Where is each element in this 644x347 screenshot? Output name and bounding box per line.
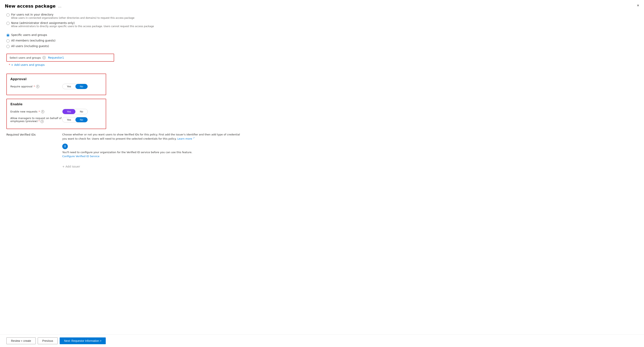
enable-no-btn[interactable]: No [76,109,88,114]
dialog-header: New access package ... × [0,0,644,10]
enable-title: Enable [10,102,102,106]
managers-yes-btn[interactable]: Yes [62,117,76,122]
previous-button[interactable]: Previous [38,338,58,344]
radio-none-label: None (administrator direct assignments o… [11,21,154,24]
scope-radio-options: Specific users and groups All members (e… [6,33,638,48]
add-issuer-btn[interactable]: + Add issuer [62,165,80,168]
rvid-desc: Choose whether or not you want users to … [62,133,242,141]
allow-managers-toggle: Yes No [62,117,88,122]
enable-new-requests-info[interactable]: i [41,110,44,113]
enable-new-requests-row: Enable new requests * i Yes No [10,109,102,114]
radio-all-members-label: All members (excluding guests) [11,39,56,42]
add-users-link[interactable]: * + Add users and groups [9,63,45,66]
approval-title: Approval [10,77,102,81]
rvid-content: Choose whether or not you want users to … [62,133,638,168]
managers-no-btn[interactable]: No [76,117,88,122]
radio-specific-input[interactable] [6,34,10,37]
next-button[interactable]: Next: Requestor Information > [60,338,106,344]
approval-yes-btn[interactable]: Yes [62,84,76,89]
allow-managers-label: Allow managers to request on behalf of e… [10,117,62,123]
approval-toggle: Yes No [62,84,88,89]
select-users-label: Select users and groups [10,56,41,59]
enable-section: Enable Enable new requests * i Yes No Al… [6,99,106,129]
top-radio-options: For users not in your directory Allow us… [6,13,638,28]
dialog-footer: Review + create Previous Next: Requestor… [0,335,644,347]
rvid-learn-more-link[interactable]: Learn more ↗ [177,137,195,140]
radio-all-users: All users (including guests) [6,44,638,48]
add-users-asterisk: * [9,63,10,66]
enable-yes-btn[interactable]: Yes [62,109,76,114]
allow-managers-row: Allow managers to request on behalf of e… [10,117,102,123]
requestor-link[interactable]: Requestor1 [48,56,64,59]
radio-all-users-input[interactable] [6,45,10,48]
enable-new-requests-asterisk: * [39,110,40,113]
select-users-box: Select users and groups i Requestor1 [6,54,114,62]
radio-not-in-dir-label: For users not in your directory [11,13,134,16]
dialog-title: New access package [5,3,56,8]
configure-verified-id-link[interactable]: Configure Verified ID Service [62,155,100,158]
add-users-row: * + Add users and groups [7,63,638,66]
close-button[interactable]: × [637,3,639,8]
select-users-info-icon[interactable]: i [42,56,46,59]
radio-none[interactable] [6,22,10,25]
radio-specific-users: Specific users and groups [6,33,638,37]
new-access-package-dialog: New access package ... × For users not i… [0,0,644,347]
radio-not-in-dir-desc: Allow users in connected organizations (… [11,16,134,19]
review-create-button[interactable]: Review + create [6,338,36,344]
require-approval-info[interactable]: i [36,85,39,88]
allow-managers-info[interactable]: i [40,120,44,123]
dialog-more-options[interactable]: ... [58,4,62,8]
radio-option-none: None (administrator direct assignments o… [6,21,638,28]
radio-all-members: All members (excluding guests) [6,39,638,42]
radio-all-users-label: All users (including guests) [11,44,49,48]
radio-all-members-input[interactable] [6,39,10,42]
radio-not-in-dir[interactable] [6,13,10,16]
dialog-body: For users not in your directory Allow us… [0,10,644,184]
radio-option-not-in-dir: For users not in your directory Allow us… [6,13,638,19]
enable-new-requests-label: Enable new requests * i [10,110,62,113]
add-users-text: + Add users and groups [11,63,45,66]
rvid-label: Required Verified IDs [6,133,62,168]
radio-specific-label: Specific users and groups [11,33,47,36]
rvid-info-circle: i [62,144,68,149]
approval-section: Approval Require approval * i Yes No [6,74,106,95]
require-approval-row: Require approval * i Yes No [10,84,102,89]
approval-no-btn[interactable]: No [76,84,88,89]
radio-none-desc: Allow administrators to directly assign … [11,25,154,28]
rvid-warning-text: You'll need to configure your organizati… [62,151,638,154]
required-verified-ids-section: Required Verified IDs Choose whether or … [6,133,638,168]
require-approval-asterisk: * [34,85,35,88]
require-approval-label: Require approval * i [10,85,62,88]
enable-new-requests-toggle: Yes No [62,109,88,114]
